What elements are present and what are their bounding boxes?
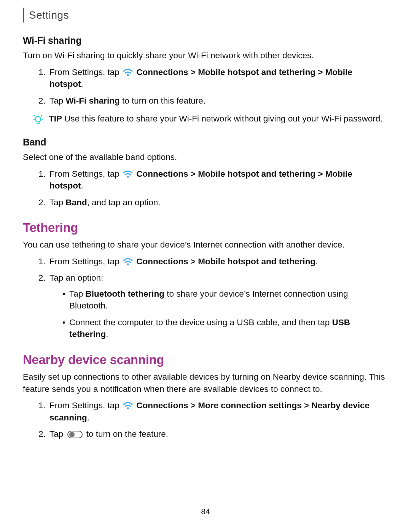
- wifi-icon: [123, 68, 133, 76]
- page-number: 84: [23, 506, 388, 517]
- svg-point-10: [127, 407, 129, 409]
- breadcrumb: Settings: [23, 8, 388, 22]
- nearby-step-1: From Settings, tap Connections > More co…: [48, 399, 388, 423]
- step-post: , and tap an option.: [87, 198, 161, 207]
- heading-nearby-scanning: Nearby device scanning: [23, 351, 388, 369]
- svg-rect-7: [37, 122, 39, 124]
- svg-point-9: [127, 263, 129, 265]
- band-step-1: From Settings, tap Connections > Mobile …: [48, 168, 388, 192]
- svg-point-12: [69, 432, 75, 437]
- tethering-bullet-usb: Connect the computer to the device using…: [62, 316, 388, 340]
- bullet-pre: Connect the computer to the device using…: [69, 318, 332, 327]
- band-intro: Select one of the available band options…: [23, 151, 388, 163]
- svg-point-0: [127, 74, 129, 76]
- wifi-icon: [123, 257, 133, 265]
- step-post: .: [315, 257, 318, 266]
- step-text: From Settings, tap: [49, 67, 122, 77]
- toggle-off-icon: [67, 430, 83, 443]
- tip-body: Use this feature to share your Wi-Fi net…: [64, 114, 383, 123]
- tethering-step-1: From Settings, tap Connections > Mobile …: [48, 256, 388, 268]
- wifi-sharing-step-2: Tap Wi-Fi sharing to turn on this featur…: [48, 95, 388, 107]
- nearby-intro: Easily set up connections to other avail…: [23, 371, 388, 395]
- step-post: .: [87, 413, 89, 422]
- tethering-intro: You can use tethering to share your devi…: [23, 239, 388, 251]
- step-text: Tap an option:: [49, 273, 103, 283]
- tethering-bullet-bluetooth: Tap Bluetooth tethering to share your de…: [62, 288, 388, 312]
- step-text: From Settings, tap: [49, 401, 122, 410]
- heading-wifi-sharing: Wi-Fi sharing: [23, 34, 388, 47]
- svg-line-3: [41, 115, 42, 117]
- step-post: .: [81, 181, 83, 190]
- tip-label: TIP: [49, 114, 62, 123]
- bullet-pre: Tap: [69, 289, 86, 299]
- step-text: From Settings, tap: [49, 257, 122, 266]
- step-bold: Band: [66, 198, 87, 207]
- step-pre: Tap: [49, 429, 66, 439]
- step-text: From Settings, tap: [49, 169, 122, 179]
- bullet-post: .: [106, 329, 108, 339]
- step-post: to turn on the feature.: [84, 429, 168, 439]
- svg-point-6: [35, 117, 41, 122]
- step-post: to turn on this feature.: [120, 96, 206, 105]
- tethering-step-2: Tap an option: Tap Bluetooth tethering t…: [48, 272, 388, 340]
- heading-band: Band: [23, 136, 388, 149]
- tip-callout: TIPUse this feature to share your Wi-Fi …: [23, 113, 388, 125]
- step-bold: Wi-Fi sharing: [66, 96, 120, 105]
- svg-point-8: [127, 176, 129, 177]
- lightbulb-icon: [33, 113, 43, 125]
- wifi-sharing-step-1: From Settings, tap Connections > Mobile …: [48, 66, 388, 90]
- step-text: Tap: [49, 96, 66, 105]
- svg-line-2: [34, 115, 35, 117]
- wifi-icon: [123, 401, 133, 409]
- step-post: .: [81, 79, 83, 89]
- bullet-bold: Bluetooth tethering: [86, 289, 164, 299]
- wifi-icon: [123, 169, 133, 178]
- nearby-step-2: Tap to turn on the feature.: [48, 428, 388, 443]
- band-step-2: Tap Band, and tap an option.: [48, 197, 388, 209]
- heading-tethering: Tethering: [23, 219, 388, 236]
- step-text: Tap: [49, 198, 66, 207]
- step-path: Connections > Mobile hotspot and tetheri…: [136, 257, 315, 266]
- wifi-sharing-intro: Turn on Wi-Fi sharing to quickly share y…: [23, 50, 388, 62]
